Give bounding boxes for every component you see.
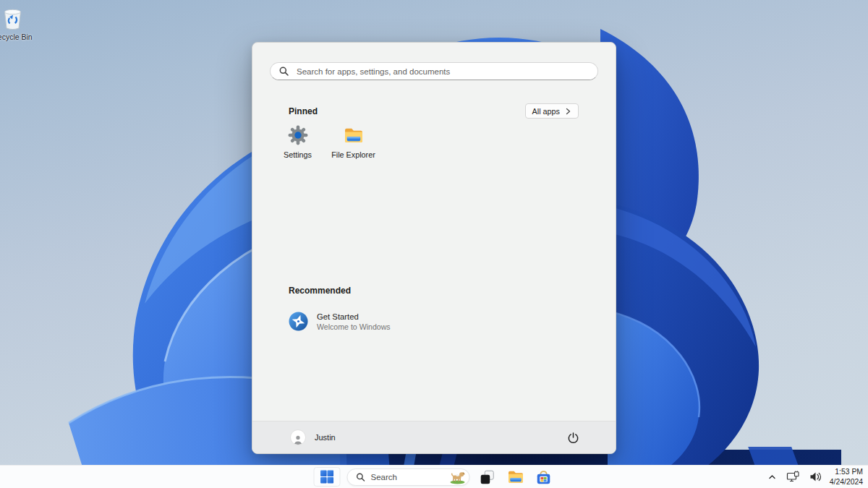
start-menu-footer: Justin: [252, 421, 616, 453]
file-explorer-icon: [343, 124, 365, 146]
get-started-icon: [289, 312, 308, 331]
store-button[interactable]: [533, 467, 555, 487]
volume-button[interactable]: [808, 468, 823, 486]
recommended-item-get-started[interactable]: Get Started Welcome to Windows: [284, 307, 395, 335]
user-avatar-icon: [290, 429, 306, 445]
pinned-app-settings[interactable]: Settings: [270, 122, 326, 170]
windows-logo-icon: [320, 470, 334, 484]
pinned-grid: Settings File Explorer: [270, 122, 381, 170]
network-button[interactable]: [785, 468, 801, 486]
power-button[interactable]: [567, 432, 579, 444]
taskbar-search-label: Search: [371, 473, 443, 481]
power-icon: [567, 432, 579, 444]
recommended-subtitle: Welcome to Windows: [317, 322, 391, 331]
search-icon: [357, 473, 365, 481]
microsoft-store-icon: [535, 468, 553, 486]
recommended-title: Get Started: [317, 312, 391, 321]
recycle-bin-icon: [1, 6, 24, 31]
tray-chevron-button[interactable]: [766, 468, 778, 486]
all-apps-button[interactable]: All apps: [525, 103, 579, 119]
chevron-right-icon: [565, 108, 571, 115]
recycle-bin-label: Recycle Bin: [0, 33, 35, 42]
recycle-bin-desktop-icon[interactable]: Recycle Bin: [0, 6, 35, 42]
pinned-heading: Pinned: [289, 106, 318, 116]
search-highlight-dog-image: [448, 470, 467, 484]
file-explorer-button[interactable]: [505, 467, 527, 487]
pinned-app-label: Settings: [284, 150, 312, 159]
taskbar: Search: [0, 465, 868, 488]
file-explorer-icon: [506, 468, 524, 486]
start-button[interactable]: [314, 467, 341, 487]
recommended-heading: Recommended: [289, 286, 351, 296]
taskbar-clock[interactable]: 1:53 PM 4/24/2024: [830, 467, 863, 487]
start-menu: Pinned All apps: [252, 42, 616, 454]
pinned-app-file-explorer[interactable]: File Explorer: [326, 122, 381, 170]
volume-speaker-icon: [809, 471, 822, 482]
task-view-icon: [479, 468, 496, 486]
chevron-up-icon: [767, 472, 777, 481]
start-search-box[interactable]: [270, 62, 598, 80]
all-apps-label: All apps: [532, 107, 560, 116]
pinned-app-label: File Explorer: [331, 150, 375, 159]
settings-gear-icon: [287, 124, 309, 146]
user-button[interactable]: Justin: [290, 429, 336, 445]
task-view-button[interactable]: [477, 467, 498, 487]
user-name: Justin: [315, 433, 336, 442]
network-ethernet-icon: [786, 471, 800, 483]
taskbar-search[interactable]: Search: [347, 468, 470, 486]
start-search-input[interactable]: [295, 67, 589, 77]
clock-time: 1:53 PM: [830, 467, 863, 477]
clock-date: 4/24/2024: [830, 477, 863, 487]
search-icon: [279, 67, 289, 76]
